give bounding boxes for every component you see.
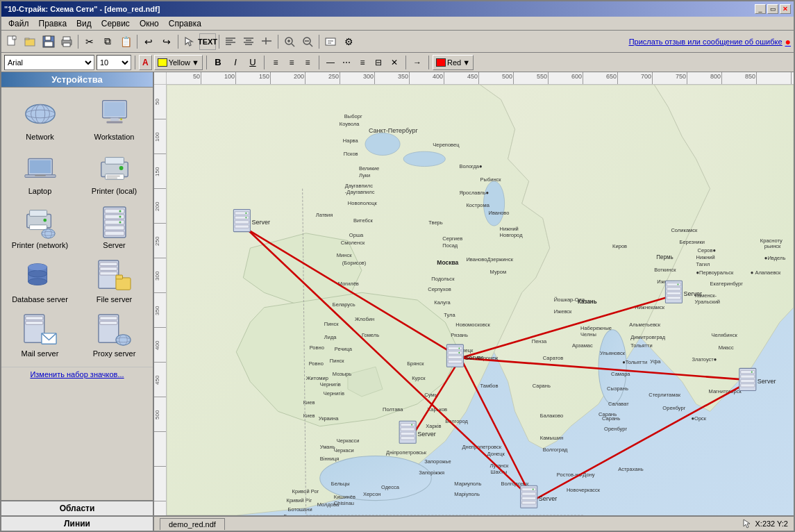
- svg-text:Гомель: Гомель: [362, 332, 379, 338]
- line-style-2[interactable]: ⋯: [339, 55, 354, 70]
- svg-text:Челябинск: Челябинск: [712, 332, 738, 338]
- line-style-4[interactable]: ⊟: [371, 55, 386, 70]
- svg-text:Даугавпилс: Даугавпилс: [345, 182, 373, 188]
- svg-text:● Алапаевск: ● Алапаевск: [751, 269, 781, 275]
- line-style-1[interactable]: —: [323, 55, 338, 70]
- properties-button[interactable]: [322, 33, 339, 50]
- device-server[interactable]: Server: [78, 201, 150, 253]
- svg-text:Тула: Тула: [444, 311, 455, 317]
- redo-button[interactable]: ↪: [158, 33, 175, 50]
- svg-text:Альметьевск: Альметьевск: [629, 322, 660, 328]
- device-printer-network[interactable]: Printer (network): [4, 201, 76, 253]
- zoom-in-button[interactable]: [281, 33, 298, 50]
- proxy-server-label: Proxy server: [93, 349, 136, 358]
- svg-point-271: [411, 424, 412, 426]
- close-button[interactable]: ✕: [780, 4, 791, 14]
- cut-button[interactable]: ✂: [81, 33, 98, 50]
- map-canvas[interactable]: Санкт-Петербург Коувола Выборг Нарва Пск…: [167, 85, 794, 515]
- save-button[interactable]: [40, 33, 57, 50]
- text-color-button[interactable]: A: [139, 55, 152, 70]
- svg-text:Пермь: Пермь: [656, 253, 673, 260]
- toolbar-separator-4: [219, 35, 219, 49]
- svg-text:Череповец: Череповец: [433, 142, 460, 148]
- ruler-v-tick: 500: [154, 397, 166, 432]
- sidebar-areas[interactable]: Области: [1, 500, 153, 515]
- status-tab-file[interactable]: demo_red.ndf: [160, 518, 225, 530]
- bold-button[interactable]: B: [210, 55, 226, 70]
- ruler-h-tick: 850: [722, 73, 757, 80]
- svg-text:Пенза: Пенза: [532, 338, 547, 344]
- zoom-out-button[interactable]: [299, 33, 316, 50]
- menu-help[interactable]: Справка: [165, 18, 206, 29]
- line-style-5[interactable]: ✕: [387, 55, 402, 70]
- svg-text:Салават: Салават: [608, 401, 629, 407]
- menu-file[interactable]: Файл: [4, 18, 33, 29]
- font-select[interactable]: Arial: [4, 55, 94, 70]
- status-bar: demo_red.ndf X:232 Y:2: [154, 515, 794, 531]
- mail-server-icon: [23, 313, 58, 348]
- line-color-button[interactable]: Red ▼: [433, 55, 474, 70]
- menu-service[interactable]: Сервис: [97, 18, 134, 29]
- svg-text:Server: Server: [758, 377, 776, 384]
- device-database-server[interactable]: Database server: [4, 256, 76, 307]
- svg-rect-254: [235, 225, 249, 228]
- minimize-button[interactable]: _: [755, 4, 766, 14]
- svg-point-264: [458, 352, 460, 354]
- connect-button[interactable]: [258, 33, 275, 50]
- open-button[interactable]: [22, 33, 39, 50]
- svg-text:Ботошани: Ботошани: [284, 513, 308, 515]
- align-left-btn[interactable]: ≡: [268, 55, 283, 70]
- toolbar: ✂ ⧉ 📋 ↩ ↪ TEXT ⚙ При: [1, 31, 794, 53]
- svg-rect-37: [103, 102, 125, 117]
- device-printer-local[interactable]: Printer (local): [78, 147, 150, 199]
- menu-edit[interactable]: Правка: [35, 18, 72, 29]
- print-button[interactable]: [58, 33, 75, 50]
- align-right-btn[interactable]: ≡: [300, 55, 315, 70]
- format-sep-2: [206, 56, 207, 69]
- font-size-select[interactable]: 10: [97, 55, 131, 70]
- change-icons-link[interactable]: Изменить набор значков...: [1, 367, 153, 381]
- line-style-3[interactable]: ≡: [355, 55, 370, 70]
- feedback-link[interactable]: Прислать отзыв или сообщение об ошибке: [629, 38, 783, 46]
- align-center-button[interactable]: [240, 33, 257, 50]
- device-mail-server[interactable]: Mail server: [4, 310, 76, 361]
- svg-text:Подольск: Подольск: [431, 276, 455, 282]
- italic-button[interactable]: I: [228, 55, 243, 70]
- settings-button[interactable]: ⚙: [340, 33, 357, 50]
- new-button[interactable]: [4, 33, 21, 50]
- workstation-icon: [97, 97, 132, 131]
- paste-button[interactable]: 📋: [117, 33, 134, 50]
- svg-rect-46: [105, 158, 124, 165]
- line-color-swatch: [436, 58, 446, 67]
- svg-text:Орша: Орша: [349, 232, 364, 238]
- sidebar-scroll[interactable]: Network Works: [1, 88, 153, 500]
- align-left-button[interactable]: [222, 33, 239, 50]
- restore-button[interactable]: ▭: [767, 4, 778, 14]
- select-button[interactable]: [181, 33, 198, 50]
- svg-text:Выборг: Выборг: [344, 113, 362, 119]
- svg-rect-262: [448, 360, 462, 363]
- fill-color-button[interactable]: Yellow ▼: [154, 55, 203, 70]
- underline-button[interactable]: U: [245, 55, 260, 70]
- svg-rect-62: [105, 226, 124, 230]
- device-network[interactable]: Network: [4, 93, 76, 144]
- network-label: Network: [26, 133, 53, 141]
- feedback-section: Прислать отзыв или сообщение об ошибке ●: [629, 36, 791, 47]
- copy-button[interactable]: ⧉: [99, 33, 116, 50]
- device-laptop[interactable]: Laptop: [4, 147, 76, 199]
- svg-text:Нарва: Нарва: [343, 138, 359, 144]
- svg-text:Балаково: Балаково: [540, 413, 563, 419]
- svg-rect-290: [522, 497, 536, 499]
- arrow-style-button[interactable]: →: [410, 55, 425, 70]
- sidebar-lines[interactable]: Линии: [1, 515, 153, 531]
- undo-button[interactable]: ↩: [140, 33, 157, 50]
- svg-rect-42: [29, 160, 51, 173]
- text-button[interactable]: TEXT: [199, 33, 216, 50]
- align-center-btn[interactable]: ≡: [284, 55, 299, 70]
- menu-window[interactable]: Окно: [135, 18, 163, 29]
- device-file-server[interactable]: File server: [78, 256, 150, 307]
- device-workstation[interactable]: Workstation: [78, 93, 150, 144]
- menu-view[interactable]: Вид: [72, 18, 96, 29]
- ruler-v-tick: 100: [154, 119, 166, 154]
- device-proxy-server[interactable]: Proxy server: [78, 310, 150, 361]
